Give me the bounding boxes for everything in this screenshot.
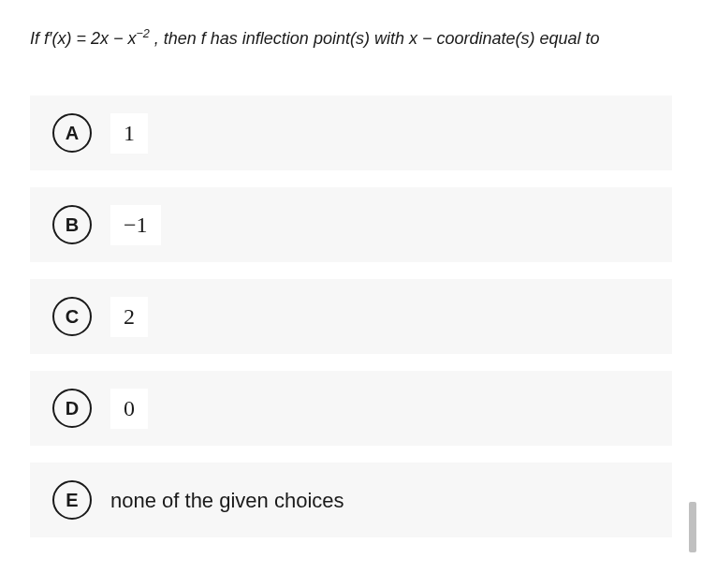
options-container: A 1 B −1 C 2 D 0 E none of t xyxy=(30,96,672,537)
option-value-c: 2 xyxy=(110,297,148,337)
option-letter: E xyxy=(66,490,78,511)
option-letter: B xyxy=(66,214,79,236)
option-letter: C xyxy=(66,306,79,328)
question-exponent: −2 xyxy=(136,27,149,40)
scrollbar-icon xyxy=(689,502,696,552)
option-value-d: 0 xyxy=(110,389,148,429)
question-text: If f′(x) = 2x − x−2 , then f has inflect… xyxy=(30,26,672,51)
option-value-e: none of the given choices xyxy=(110,487,344,513)
option-marker-b: B xyxy=(52,205,92,244)
option-marker-e: E xyxy=(52,480,92,520)
option-letter: A xyxy=(66,123,79,144)
question-expression: f′(x) = 2x − x xyxy=(44,29,136,48)
option-marker-d: D xyxy=(52,389,92,428)
option-c[interactable]: C 2 xyxy=(30,279,672,354)
option-value-b: −1 xyxy=(110,205,161,245)
option-value-text: 0 xyxy=(110,389,148,429)
question-suffix: , then f has inflection point(s) with x … xyxy=(150,29,600,48)
option-d[interactable]: D 0 xyxy=(30,371,672,446)
option-a[interactable]: A 1 xyxy=(30,96,672,170)
option-e[interactable]: E none of the given choices xyxy=(30,463,672,537)
option-value-text: −1 xyxy=(110,205,161,245)
option-marker-c: C xyxy=(52,297,92,336)
option-b[interactable]: B −1 xyxy=(30,187,672,262)
option-value-text: none of the given choices xyxy=(110,489,344,512)
option-marker-a: A xyxy=(52,113,92,153)
option-letter: D xyxy=(66,398,79,419)
option-value-text: 2 xyxy=(110,297,148,337)
option-value-a: 1 xyxy=(110,113,148,154)
question-prefix: If xyxy=(30,29,44,48)
option-value-text: 1 xyxy=(110,113,148,154)
